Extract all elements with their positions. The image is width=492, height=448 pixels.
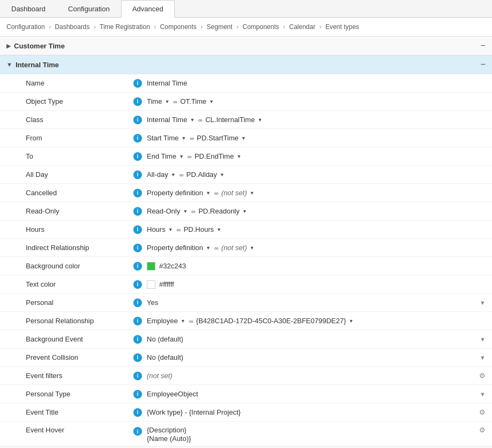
- info-icon-all-day[interactable]: i: [133, 170, 142, 179]
- gear-icon-event-hover[interactable]: ⚙: [479, 426, 486, 434]
- chevron-down-icon-personal-type[interactable]: ▼: [480, 391, 486, 397]
- dropdown-arrow2-personal-relationship[interactable]: ▼: [349, 318, 354, 324]
- info-icon-background-event[interactable]: i: [133, 335, 142, 344]
- dropdown-arrow-object-type[interactable]: ▼: [165, 99, 169, 104]
- breadcrumb-item-7[interactable]: Event types: [325, 23, 359, 31]
- value-event-filters: i (not set) ⚙: [133, 372, 486, 380]
- info-icon-event-filters[interactable]: i: [133, 372, 142, 380]
- dropdown-arrow2-cancelled[interactable]: ▼: [249, 190, 254, 196]
- info-icon-personal[interactable]: i: [133, 298, 142, 307]
- property-row-to: To i End Time ▼ ∞ PD.EndTime ▼: [0, 147, 492, 166]
- section-header-internal-time[interactable]: ▼ Internal Time −: [0, 55, 492, 74]
- breadcrumb-sep-4: ›: [237, 23, 239, 31]
- section-header-customer-time[interactable]: ▶ Customer Time −: [0, 37, 492, 55]
- info-icon-event-hover[interactable]: i: [133, 427, 142, 436]
- info-icon-text-color[interactable]: i: [133, 280, 142, 289]
- value-read-only: i Read-Only ▼ ∞ PD.Readonly ▼: [133, 207, 486, 216]
- value-text-all-day: All-day: [147, 170, 168, 179]
- info-icon-event-title[interactable]: i: [133, 408, 142, 417]
- breadcrumb-item-0[interactable]: Configuration: [6, 23, 45, 31]
- breadcrumb-sep-3: ›: [201, 23, 203, 31]
- tab-configuration[interactable]: Configuration: [57, 0, 121, 17]
- gear-icon-event-filters[interactable]: ⚙: [479, 372, 486, 380]
- info-icon-indirect-relationship[interactable]: i: [133, 244, 142, 252]
- dropdown-arrow-cancelled[interactable]: ▼: [206, 190, 211, 196]
- dropdown-arrow-indirect-relationship[interactable]: ▼: [206, 245, 211, 251]
- property-row-personal-type: Personal Type i EmployeeObject ▼: [0, 385, 492, 403]
- breadcrumb-item-6[interactable]: Calendar: [289, 23, 316, 31]
- label-personal-relationship: Personal Relationship: [26, 317, 133, 325]
- link-icon-personal-relationship: ∞: [189, 318, 194, 324]
- dropdown-arrow2-indirect-relationship[interactable]: ▼: [249, 245, 254, 251]
- gear-icon-event-title[interactable]: ⚙: [479, 408, 486, 416]
- dropdown-arrow-hours[interactable]: ▼: [168, 227, 173, 232]
- dropdown-arrow2-all-day[interactable]: ▼: [220, 172, 225, 177]
- dropdown-arrow2-to[interactable]: ▼: [237, 154, 241, 159]
- breadcrumb-item-1[interactable]: Dashboards: [55, 23, 90, 31]
- value-to: i End Time ▼ ∞ PD.EndTime ▼: [133, 152, 486, 161]
- value-text-hours: Hours: [147, 225, 166, 233]
- info-icon-personal-type[interactable]: i: [133, 390, 142, 399]
- info-icon-background-color[interactable]: i: [133, 262, 142, 271]
- breadcrumb-item-2[interactable]: Time Registration: [99, 23, 150, 31]
- label-from: From: [26, 134, 133, 142]
- breadcrumb-sep-6: ›: [319, 23, 322, 31]
- value-text-object-type: Time: [147, 97, 162, 105]
- info-icon-class[interactable]: i: [133, 116, 142, 124]
- color-swatch-text[interactable]: [147, 280, 155, 289]
- dropdown-arrow-to[interactable]: ▼: [179, 154, 184, 159]
- link-icon-cancelled: ∞: [215, 190, 219, 196]
- dropdown-arrow2-from[interactable]: ▼: [241, 136, 246, 141]
- value-from: i Start Time ▼ ∞ PD.StartTime ▼: [133, 134, 486, 143]
- dropdown-arrow-class[interactable]: ▼: [190, 117, 195, 123]
- property-row-indirect-relationship: Indirect Relationship i Property definit…: [0, 239, 492, 257]
- dropdown-arrow-read-only[interactable]: ▼: [183, 209, 188, 214]
- chevron-down-icon-prevent-collision[interactable]: ▼: [480, 354, 486, 361]
- dropdown-arrow2-hours[interactable]: ▼: [217, 227, 222, 232]
- breadcrumb-sep-5: ›: [283, 23, 285, 31]
- property-row-event-filters: Event filters i (not set) ⚙: [0, 367, 492, 385]
- tab-dashboard[interactable]: Dashboard: [0, 0, 57, 17]
- info-icon-prevent-collision[interactable]: i: [133, 353, 142, 362]
- info-icon-to[interactable]: i: [133, 152, 142, 161]
- value-event-hover: i {Description} {Name (Auto)} ⚙: [133, 426, 486, 443]
- linked-text-hours: PD.Hours: [183, 225, 213, 233]
- breadcrumb-item-3[interactable]: Components: [160, 23, 197, 31]
- info-icon-cancelled[interactable]: i: [133, 189, 142, 197]
- info-icon-hours[interactable]: i: [133, 225, 142, 234]
- multiline-event-hover: {Description} {Name (Auto)}: [147, 426, 191, 443]
- value-cancelled: i Property definition ▼ ∞ (not set) ▼: [133, 189, 486, 197]
- linked-text-read-only: PD.Readonly: [198, 207, 240, 215]
- label-read-only: Read-Only: [26, 207, 133, 215]
- value-background-event: i No (default) ▼: [133, 335, 486, 344]
- info-icon-name[interactable]: i: [133, 79, 142, 88]
- dropdown-arrow-all-day[interactable]: ▼: [171, 172, 176, 177]
- linked-text-from: PD.StartTime: [197, 134, 239, 142]
- color-swatch-background[interactable]: [147, 262, 155, 271]
- dropdown-arrow2-object-type[interactable]: ▼: [209, 99, 214, 104]
- property-row-event-title: Event Title i {Work type} - {Internal Pr…: [0, 403, 492, 422]
- value-text-cancelled: Property definition: [147, 189, 203, 197]
- info-icon-personal-relationship[interactable]: i: [133, 317, 142, 325]
- dropdown-arrow2-class[interactable]: ▼: [258, 117, 262, 123]
- property-row-class: Class i Internal Time ▼ ∞ CL.InternalTim…: [0, 111, 492, 129]
- property-row-from: From i Start Time ▼ ∞ PD.StartTime ▼: [0, 129, 492, 147]
- collapse-internal-time[interactable]: −: [481, 60, 486, 69]
- label-name: Name: [26, 79, 133, 87]
- label-all-day: All Day: [26, 170, 133, 179]
- breadcrumb-item-4[interactable]: Segment: [206, 23, 232, 31]
- breadcrumb-item-5[interactable]: Components: [243, 23, 279, 31]
- info-icon-object-type[interactable]: i: [133, 97, 142, 106]
- link-icon-read-only: ∞: [191, 208, 196, 215]
- info-icon-read-only[interactable]: i: [133, 207, 142, 216]
- dropdown-arrow2-read-only[interactable]: ▼: [243, 209, 247, 214]
- dropdown-arrow-personal-relationship[interactable]: ▼: [181, 318, 186, 324]
- property-row-read-only: Read-Only i Read-Only ▼ ∞ PD.Readonly ▼: [0, 202, 492, 221]
- info-icon-from[interactable]: i: [133, 134, 142, 143]
- dropdown-arrow-from[interactable]: ▼: [181, 136, 186, 141]
- value-text-background-color: #32c243: [159, 262, 186, 270]
- collapse-customer-time[interactable]: −: [481, 41, 486, 51]
- chevron-down-icon-background-event[interactable]: ▼: [480, 336, 486, 343]
- chevron-down-icon-personal[interactable]: ▼: [480, 300, 486, 306]
- tab-advanced[interactable]: Advanced: [121, 0, 175, 18]
